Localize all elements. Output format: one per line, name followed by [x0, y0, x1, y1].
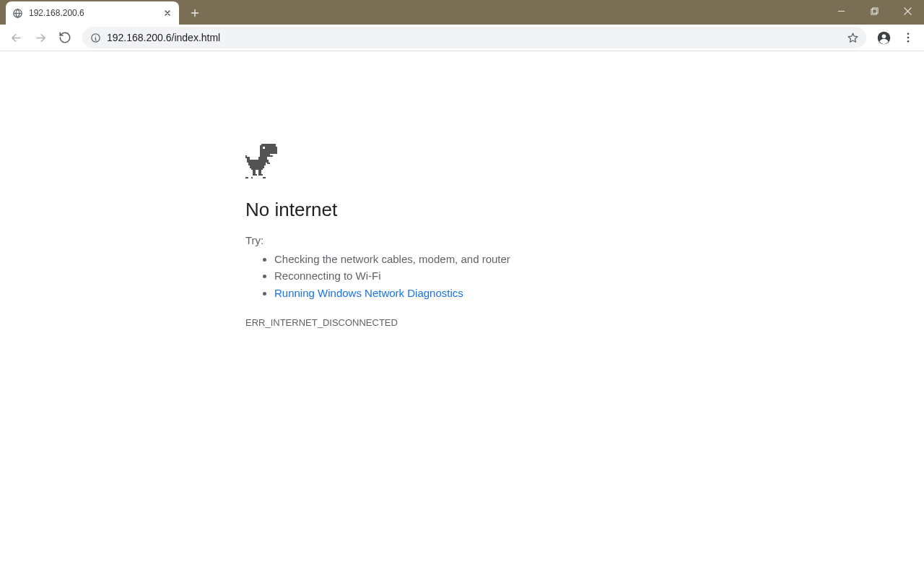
- svg-rect-20: [251, 168, 263, 170]
- try-label: Try:: [245, 234, 679, 246]
- url-text[interactable]: 192.168.200.6/index.html: [107, 32, 840, 43]
- toolbar: 192.168.200.6/index.html: [0, 25, 924, 51]
- dino-icon[interactable]: [245, 144, 277, 178]
- suggestion-item: Checking the network cables, modem, and …: [274, 251, 679, 267]
- browser-tab[interactable]: 192.168.200.6: [6, 1, 179, 25]
- suggestion-item: Reconnecting to Wi-Fi: [274, 267, 679, 284]
- error-code: ERR_INTERNET_DISCONNECTED: [245, 317, 679, 328]
- forward-button[interactable]: [29, 26, 52, 49]
- svg-rect-25: [256, 174, 257, 176]
- address-bar[interactable]: 192.168.200.6/index.html: [82, 27, 866, 48]
- profile-button[interactable]: [872, 26, 895, 49]
- svg-rect-17: [247, 160, 267, 163]
- svg-rect-27: [261, 174, 263, 176]
- svg-rect-9: [261, 144, 276, 147]
- svg-rect-22: [269, 163, 270, 164]
- error-heading: No internet: [245, 199, 679, 221]
- site-info-icon[interactable]: [90, 32, 101, 43]
- svg-rect-12: [260, 154, 270, 155]
- svg-rect-13: [260, 155, 273, 157]
- svg-rect-28: [245, 177, 248, 178]
- maximize-button[interactable]: [858, 0, 891, 22]
- svg-rect-19: [250, 165, 264, 168]
- back-button[interactable]: [4, 26, 27, 49]
- svg-rect-24: [253, 170, 256, 176]
- suggestions-list: Checking the network cables, modem, and …: [245, 251, 679, 301]
- svg-rect-10: [260, 145, 261, 147]
- svg-rect-15: [258, 157, 267, 160]
- close-window-button[interactable]: [891, 0, 924, 22]
- close-tab-button[interactable]: [162, 7, 173, 19]
- network-diagnostics-link[interactable]: Running Windows Network Diagnostics: [274, 287, 463, 299]
- svg-rect-18: [248, 163, 266, 165]
- globe-icon: [12, 7, 23, 19]
- chrome-menu-button[interactable]: [897, 26, 920, 49]
- svg-rect-26: [258, 170, 261, 176]
- svg-rect-21: [267, 160, 269, 164]
- svg-point-7: [907, 37, 910, 39]
- svg-rect-29: [251, 177, 253, 178]
- bookmark-star-icon[interactable]: [846, 31, 859, 44]
- minimize-button[interactable]: [824, 0, 858, 22]
- new-tab-button[interactable]: [185, 3, 205, 23]
- svg-rect-23: [245, 155, 247, 158]
- page-content: No internet Try: Checking the network ca…: [0, 51, 924, 578]
- svg-point-6: [907, 33, 910, 35]
- svg-rect-11: [260, 147, 277, 154]
- svg-rect-1: [871, 9, 876, 14]
- tab-strip: 192.168.200.6: [0, 0, 924, 25]
- reload-button[interactable]: [53, 26, 77, 49]
- svg-rect-14: [263, 147, 265, 149]
- tab-title: 192.168.200.6: [29, 8, 156, 18]
- svg-rect-16: [247, 157, 250, 160]
- svg-rect-30: [263, 177, 266, 178]
- svg-rect-2: [872, 7, 877, 12]
- offline-error-page: No internet Try: Checking the network ca…: [245, 144, 679, 328]
- window-controls: [824, 0, 924, 22]
- svg-point-8: [907, 40, 910, 43]
- svg-point-5: [881, 34, 886, 38]
- suggestion-item: Running Windows Network Diagnostics: [274, 285, 679, 301]
